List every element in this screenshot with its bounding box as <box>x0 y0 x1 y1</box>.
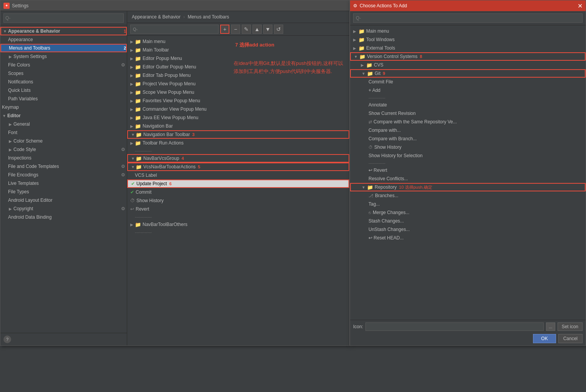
sidebar-item-keymap[interactable]: Keymap <box>0 103 127 111</box>
sidebar-item-scopes[interactable]: Scopes <box>0 69 127 78</box>
panel-item-main-menu[interactable]: ▶ 📁 Main menu <box>127 37 349 46</box>
choose-item-vcs[interactable]: ▼ 📁 Version Control Systems 8 <box>350 52 586 61</box>
choose-item-branches[interactable]: ⎇ Branches... <box>350 191 586 200</box>
panel-item-toolbar-run-actions[interactable]: ▶ 📁 Toolbar Run Actions <box>127 139 349 147</box>
choose-item-tag[interactable]: Tag... <box>350 200 586 208</box>
panel-item-favorites-popup[interactable]: ▶ 📁 Favorites View Popup Menu <box>127 96 349 105</box>
panel-item-main-toolbar[interactable]: ▶ 📁 Main Toolbar <box>127 46 349 54</box>
choose-item-repository[interactable]: ▼ 📁 Repository 10 选择push,确定 <box>350 183 586 191</box>
sidebar-item-file-encodings[interactable]: File Encodings ⚙ <box>0 171 127 179</box>
icon-field <box>365 322 544 331</box>
choose-separator-2: ------------ <box>350 160 586 166</box>
sidebar-item-file-code-templates[interactable]: File and Code Templates ⚙ <box>0 162 127 171</box>
sidebar-item-system-settings[interactable]: ▶ System Settings <box>0 52 127 61</box>
ok-button[interactable]: OK <box>533 334 556 343</box>
sidebar-item-general[interactable]: ▶ General <box>0 120 127 128</box>
sidebar-item-appearance[interactable]: Appearance <box>0 35 127 44</box>
sidebar-item-menus-toolbars[interactable]: Menus and Toolbars 2 <box>0 44 127 52</box>
choose-item-add[interactable]: + Add <box>350 86 586 95</box>
label-choose-git: Git <box>375 71 380 76</box>
expand-arrow-code-style: ▶ <box>8 147 13 152</box>
label-toolbar-run-actions: Toolbar Run Actions <box>143 140 184 146</box>
sidebar-item-copyright[interactable]: ▶ Copyright ⚙ <box>0 204 127 213</box>
panel-item-java-ee-popup[interactable]: ▶ 📁 Java EE View Popup Menu <box>127 113 349 122</box>
sidebar-item-font[interactable]: Font <box>0 128 127 137</box>
cancel-button[interactable]: Cancel <box>558 334 583 343</box>
sidebar-item-editor[interactable]: ▼ Editor <box>0 111 127 120</box>
sidebar-item-file-types[interactable]: File Types <box>0 188 127 196</box>
sidebar-item-appearance-behavior[interactable]: ▼ Appearance & Behavior 1 <box>0 27 127 35</box>
sidebar-item-inspections[interactable]: Inspections <box>0 154 127 162</box>
folder-navbar-vcs-group: 📁 <box>136 156 142 161</box>
sidebar-item-notifications[interactable]: Notifications <box>0 78 127 86</box>
choose-item-commit-file[interactable]: Commit File <box>350 78 586 86</box>
sidebar-item-android-layout[interactable]: Android Layout Editor <box>0 196 127 204</box>
label-compare-with: Compare with... <box>369 128 401 133</box>
sidebar-item-android-data-binding[interactable]: Android Data Binding <box>0 213 127 221</box>
choose-item-stash-changes[interactable]: Stash Changes... <box>350 217 586 225</box>
sidebar-item-live-templates[interactable]: Live Templates <box>0 179 127 188</box>
arrow-choose-tool-windows: ▶ <box>353 38 359 42</box>
sidebar-item-file-colors[interactable]: File Colors ⚙ <box>0 61 127 69</box>
choose-item-merge-changes[interactable]: ⎋ Merge Changes... <box>350 208 586 217</box>
icon-browse-button[interactable]: ... <box>546 322 555 331</box>
annotation-8: 8 <box>420 54 422 59</box>
choose-item-show-history[interactable]: ⏱ Show History <box>350 143 586 151</box>
panel-item-commit[interactable]: ✔ Commit <box>127 188 349 196</box>
label-merge-changes: Merge Changes... <box>373 210 409 215</box>
main-search[interactable]: Q- <box>130 25 219 34</box>
choose-item-compare-same-repo[interactable]: ⇄ Compare with the Same Repository Ve... <box>350 118 586 126</box>
choose-item-main-menu[interactable]: ▶ 📁 Main menu <box>350 27 586 35</box>
panel-item-navbar-vcs-group[interactable]: ▼ 📁 NavBarVcsGroup 4 <box>127 154 349 163</box>
choose-item-compare-branch[interactable]: Compare with Branch... <box>350 135 586 143</box>
choose-item-git[interactable]: ▼ 📁 Git 9 <box>350 69 586 78</box>
choose-search-input[interactable] <box>353 13 583 23</box>
choose-item-show-current-revision[interactable]: Show Current Revision <box>350 109 586 118</box>
set-icon-button[interactable]: Set icon <box>558 322 583 331</box>
label-editor-gutter-popup: Editor Gutter Popup Menu <box>143 64 196 70</box>
panel-item-navigation-bar[interactable]: ▶ 📁 Navigation Bar <box>127 122 349 130</box>
label-tag: Tag... <box>369 201 380 207</box>
sidebar-item-color-scheme[interactable]: ▶ Color Scheme <box>0 137 127 145</box>
folder-scope-view-popup: 📁 <box>135 90 141 95</box>
choose-item-show-history-selection[interactable]: Show History for Selection <box>350 151 586 160</box>
choose-item-cvs[interactable]: ▶ 📁 CVS <box>350 61 586 69</box>
dialog-action-buttons: OK Cancel <box>353 334 583 343</box>
panel-item-commander-popup[interactable]: ▶ 📁 Commander View Popup Menu <box>127 105 349 113</box>
choose-close-button[interactable]: ✕ <box>578 2 583 10</box>
panel-item-editor-gutter-popup[interactable]: ▶ 📁 Editor Gutter Popup Menu <box>127 63 349 71</box>
choose-item-annotate[interactable]: Annotate <box>350 101 586 109</box>
choose-item-external-tools[interactable]: ▶ 📁 External Tools <box>350 44 586 52</box>
sidebar-item-path-variables[interactable]: Path Variables <box>0 95 127 103</box>
choose-item-compare-with[interactable]: Compare with... <box>350 126 586 135</box>
choose-item-resolve-conflicts[interactable]: Resolve Conflicts... <box>350 174 586 183</box>
panel-item-revert[interactable]: ↩ Revert <box>127 205 349 213</box>
sidebar-item-quick-lists[interactable]: Quick Lists <box>0 86 127 95</box>
choose-item-revert[interactable]: ↩ Revert <box>350 166 586 174</box>
panel-item-project-view-popup[interactable]: ▶ 📁 Project View Popup Menu <box>127 80 349 88</box>
sidebar-label-keymap: Keymap <box>2 105 127 110</box>
choose-item-unstash-changes[interactable]: UnStash Changes... <box>350 225 586 234</box>
sidebar-item-code-style[interactable]: ▶ Code Style ⚙ <box>0 145 127 154</box>
choose-item-tool-windows[interactable]: ▶ 📁 Tool Windows <box>350 35 586 44</box>
panel-item-vcs-label[interactable]: VCS Label <box>127 171 349 179</box>
add-action-button[interactable]: + <box>220 25 229 34</box>
panel-item-editor-popup[interactable]: ▶ 📁 Editor Popup Menu <box>127 54 349 63</box>
move-down-button[interactable]: ▼ <box>263 25 272 34</box>
choose-item-reset-head[interactable]: ↩ Reset HEAD... <box>350 234 586 242</box>
panel-item-navbar-toolbar-others[interactable]: ▶ 📁 NavBarToolBarOthers <box>127 220 349 229</box>
panel-item-nav-bar-toolbar[interactable]: ▼ 📁 Navigation Bar Toolbar 3 <box>127 130 349 139</box>
panel-item-scope-view-popup[interactable]: ▶ 📁 Scope View Popup Menu <box>127 88 349 96</box>
choose-search-container[interactable] <box>350 11 586 25</box>
sidebar-search-container[interactable] <box>0 11 127 25</box>
remove-action-button[interactable]: − <box>231 25 240 34</box>
panel-item-vcs-navbar-toolbar[interactable]: ▼ 📁 VcsNavBarToobarActions 5 <box>127 163 349 171</box>
panel-item-update-project[interactable]: ✔ Update Project 6 <box>127 179 349 188</box>
edit-action-button[interactable]: ✎ <box>242 25 251 34</box>
panel-item-editor-tab-popup[interactable]: ▶ 📁 Editor Tab Popup Menu <box>127 71 349 80</box>
help-button[interactable]: ? <box>3 336 11 343</box>
sidebar-search-input[interactable] <box>3 13 124 23</box>
restore-button[interactable]: ↺ <box>274 25 283 34</box>
panel-item-show-history[interactable]: ⏱ Show History <box>127 196 349 205</box>
move-up-button[interactable]: ▲ <box>252 25 262 34</box>
